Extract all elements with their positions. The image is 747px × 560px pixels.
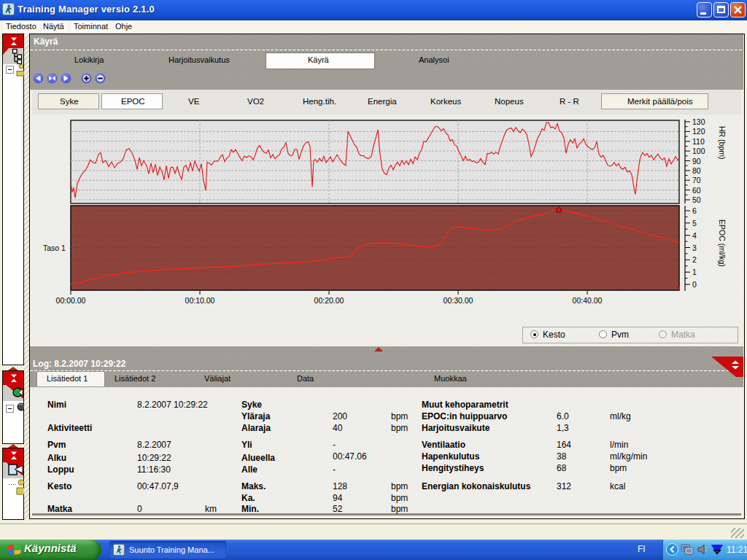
svg-text:00:00.00: 00:00.00 — [56, 296, 86, 305]
svg-text:100: 100 — [692, 147, 705, 155]
svg-text:0: 0 — [692, 280, 697, 289]
svg-text:1: 1 — [692, 268, 697, 276]
svg-text:00:10.00: 00:10.00 — [185, 296, 215, 305]
svg-text:00:40.00: 00:40.00 — [573, 296, 603, 305]
svg-text:80: 80 — [692, 166, 701, 175]
svg-text:130: 130 — [692, 117, 705, 126]
svg-text:HR (bpm): HR (bpm) — [718, 126, 727, 160]
svg-text:50: 50 — [692, 195, 701, 204]
svg-text:4: 4 — [692, 231, 697, 240]
svg-text:5: 5 — [692, 219, 697, 228]
svg-text:60: 60 — [692, 186, 701, 195]
svg-text:3: 3 — [692, 244, 697, 252]
svg-text:120: 120 — [692, 127, 705, 136]
svg-text:00:20.00: 00:20.00 — [314, 296, 344, 305]
svg-text:Taso 1: Taso 1 — [43, 244, 66, 252]
svg-text:EPOC (ml/kg): EPOC (ml/kg) — [718, 219, 727, 267]
svg-text:110: 110 — [692, 137, 705, 146]
svg-text:90: 90 — [692, 157, 701, 166]
svg-text:6: 6 — [692, 206, 697, 215]
svg-text:70: 70 — [692, 176, 701, 184]
svg-text:00:30.00: 00:30.00 — [444, 296, 473, 305]
svg-text:2: 2 — [692, 255, 697, 264]
